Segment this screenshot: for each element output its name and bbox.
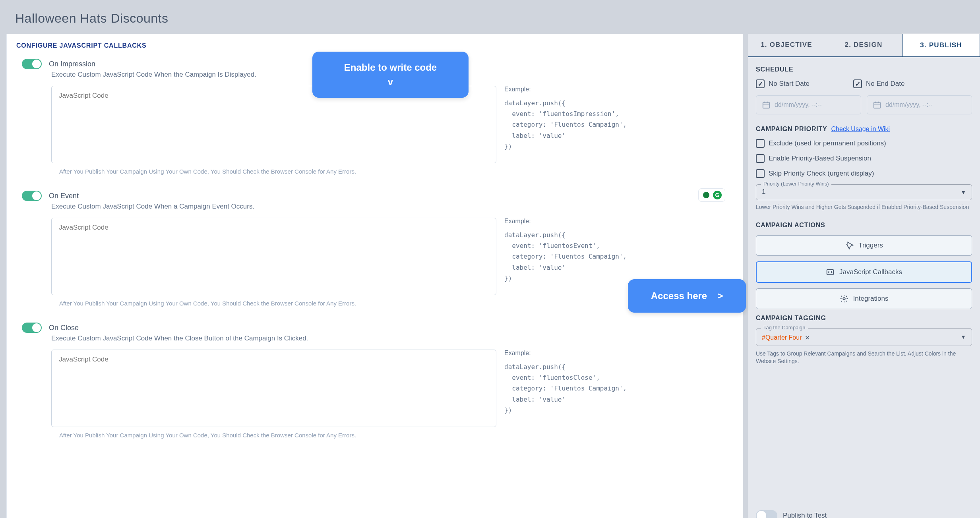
chevron-down-icon: ▼	[961, 334, 966, 340]
arrow-right-icon: >	[717, 289, 723, 303]
priority-note: Lower Priority Wins and Higher Gets Susp…	[756, 203, 972, 211]
btn-label: Triggers	[858, 242, 883, 249]
hint-text: After You Publish Your Campaign Using Yo…	[59, 168, 731, 175]
btn-label: JavaScript Callbacks	[839, 268, 902, 276]
tab-objective[interactable]: 1. OBJECTIVE	[748, 34, 825, 56]
btn-label: Integrations	[853, 295, 889, 303]
callout-access: Access here >	[628, 279, 746, 313]
callback-title: On Impression	[49, 60, 95, 68]
grammarly-icon	[713, 191, 722, 199]
right-panel: 1. OBJECTIVE 2. DESIGN 3. PUBLISH SCHEDU…	[748, 34, 980, 518]
checkbox-no-start[interactable]	[756, 79, 765, 88]
checkbox-exclude[interactable]	[756, 139, 765, 148]
end-date-input[interactable]: dd/mm/yyyy, --:--	[867, 95, 972, 114]
step-tabs: 1. OBJECTIVE 2. DESIGN 3. PUBLISH	[748, 34, 980, 57]
code-textarea-close[interactable]	[51, 350, 496, 427]
publish-test-label: Publish to Test	[783, 512, 827, 518]
toggle-on-impression[interactable]	[22, 59, 42, 69]
calendar-icon	[873, 101, 881, 109]
tag-chip-label: #Quarter Four	[762, 334, 802, 341]
callback-on-close: On Close Execute Custom JavaScript Code …	[7, 323, 743, 454]
remove-tag-icon[interactable]: ✕	[805, 334, 810, 342]
tab-publish[interactable]: 3. PUBLISH	[902, 34, 980, 56]
chevron-down-icon: ▼	[961, 189, 966, 195]
priority-value: 1	[762, 188, 966, 196]
checkbox-no-end[interactable]	[853, 79, 862, 88]
priority-legend: Priority (Lower Priority Wins)	[761, 181, 831, 187]
toggle-on-event[interactable]	[22, 191, 42, 201]
triggers-button[interactable]: Triggers	[756, 235, 972, 256]
example-label: Example:	[504, 86, 731, 93]
grammarly-icon	[702, 191, 711, 199]
callout-enable: Enable to write code v	[312, 52, 469, 98]
wiki-link[interactable]: Check Usage in Wiki	[831, 126, 890, 133]
hint-text: After You Publish Your Campaign Using Yo…	[59, 432, 731, 439]
priority-select[interactable]: Priority (Lower Priority Wins) 1 ▼	[756, 184, 972, 200]
date-placeholder: dd/mm/yyyy, --:--	[885, 101, 933, 108]
callbacks-button[interactable]: JavaScript Callbacks	[756, 261, 972, 283]
checkbox-skip[interactable]	[756, 169, 765, 178]
tag-legend: Tag the Campaign	[761, 325, 808, 331]
schedule-heading: SCHEDULE	[756, 66, 972, 73]
callback-desc: Execute Custom JavaScript Code When a Ca…	[51, 203, 731, 211]
cursor-icon	[845, 241, 854, 250]
config-panel: CONFIGURE JAVASCRIPT CALLBACKS On Impres…	[6, 34, 743, 518]
tagging-heading: CAMPAIGN TAGGING	[756, 315, 972, 322]
callback-title: On Event	[49, 192, 79, 200]
callback-title: On Close	[49, 324, 79, 332]
svg-rect-4	[874, 102, 881, 108]
check-label: Skip Priority Check (urgent display)	[769, 170, 874, 178]
integrations-button[interactable]: Integrations	[756, 288, 972, 309]
tag-note: Use Tags to Group Relevant Campaigns and…	[756, 350, 972, 365]
no-start-label: No Start Date	[769, 80, 810, 88]
code-icon	[826, 268, 835, 276]
example-label: Example:	[504, 350, 731, 357]
svg-rect-0	[763, 102, 770, 108]
tag-select[interactable]: Tag the Campaign #Quarter Four ✕ ▼	[756, 328, 972, 346]
calendar-icon	[762, 101, 771, 109]
priority-heading: CAMPAIGN PRIORITY	[756, 126, 827, 133]
actions-heading: CAMPAIGN ACTIONS	[756, 222, 972, 229]
callback-desc: Execute Custom JavaScript Code When the …	[51, 334, 731, 342]
toggle-publish-test[interactable]	[756, 510, 777, 518]
page-title: Halloween Hats Discounts	[15, 11, 168, 26]
start-date-input[interactable]: dd/mm/yyyy, --:--	[756, 95, 861, 114]
example-code: dataLayer.push({ event: 'fluentosEvent',…	[504, 230, 731, 284]
example-label: Example:	[504, 218, 731, 225]
grammarly-widget[interactable]	[698, 188, 725, 202]
no-end-label: No End Date	[866, 80, 904, 88]
check-label: Enable Priority-Based Suspension	[769, 155, 871, 162]
date-placeholder: dd/mm/yyyy, --:--	[775, 101, 822, 108]
toggle-on-close[interactable]	[22, 323, 42, 333]
callout-text: Access here	[651, 289, 707, 303]
svg-point-9	[843, 298, 845, 300]
callout-text: Enable to write code	[327, 60, 454, 75]
example-code: dataLayer.push({ event: 'fluentosClose',…	[504, 361, 731, 416]
code-textarea-event[interactable]	[51, 218, 496, 295]
example-code: dataLayer.push({ event: 'fluentosImpress…	[504, 98, 731, 152]
tab-design[interactable]: 2. DESIGN	[825, 34, 902, 56]
gear-icon	[840, 294, 848, 303]
arrow-down-icon: v	[327, 75, 454, 89]
check-label: Exclude (used for permanent positions)	[769, 139, 886, 147]
checkbox-suspension[interactable]	[756, 154, 765, 163]
